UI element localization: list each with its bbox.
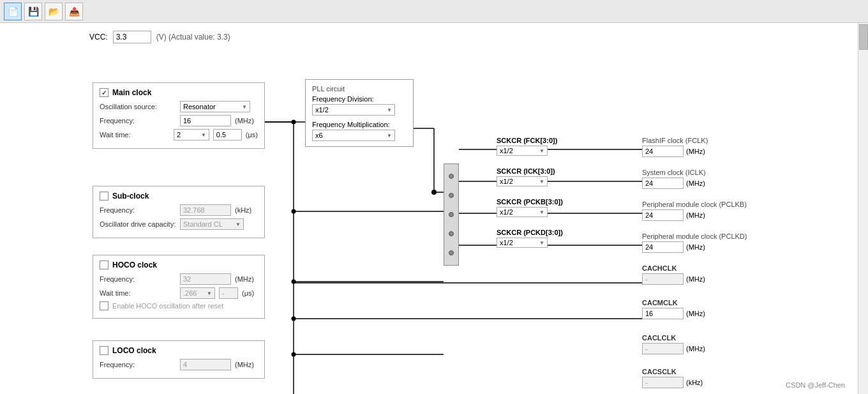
clock-out-0: FlashIF clock (FCLK) (MHz) (642, 137, 747, 157)
vcc-input[interactable] (113, 31, 151, 43)
cachclk-name: CACHCLK (642, 264, 705, 272)
clock-out-val-0[interactable] (642, 146, 684, 157)
save-button[interactable]: 💾 (24, 3, 42, 20)
mux-box (444, 163, 459, 266)
clock-out-2: Peripheral module clock (PCLKB) (MHz) (642, 201, 747, 221)
caclclk-section: CACLCLK (MHz) (642, 334, 705, 354)
cacmclk-val[interactable] (642, 308, 684, 319)
wait-dropdown-icon: ▼ (201, 132, 206, 138)
cacmclk-name: CACMCLK (642, 299, 705, 307)
vcc-row: VCC: (V) (Actual value: 3.3) (0, 23, 858, 49)
sub-clock-freq-unit: (kHz) (235, 206, 251, 214)
cachclk-section: CACHCLK (MHz) (642, 264, 705, 285)
main-clock-osc-row: Oscillation source: Resonator ▼ (100, 101, 258, 112)
main-clock-wait-label: Wait time: (100, 131, 170, 139)
clock-out-val-1[interactable] (642, 178, 684, 189)
clock-output-section: FlashIF clock (FCLK) (MHz) System clock … (642, 137, 747, 264)
clock-out-name-1: System clock (ICLK) (642, 169, 747, 176)
new-button[interactable]: 📄 (4, 3, 22, 20)
pll-div-label: Frequency Division: (312, 95, 407, 103)
svg-point-13 (292, 209, 296, 214)
sckcr-row-2: SCKCR (PCKB[3:0]) x1/2 ▼ (497, 198, 563, 217)
cachclk-unit: (MHz) (686, 275, 705, 283)
sckcr-select-0[interactable]: x1/2 ▼ (497, 146, 548, 156)
main-clock-freq-row: Frequency: (MHz) (100, 115, 258, 126)
sckcr-row-3: SCKCR (PCKD[3:0]) x1/2 ▼ (497, 229, 563, 248)
clock-out-val-3[interactable] (642, 241, 684, 253)
sub-clock-title: Sub-clock (100, 192, 258, 201)
caclclk-val (642, 343, 684, 354)
sckcr-row-1: SCKCR (ICK[3:0]) x1/2 ▼ (497, 167, 563, 186)
main-clock-checkbox[interactable]: ✓ (100, 88, 108, 97)
main-clock-wait2-input[interactable] (213, 129, 242, 140)
mux-dot-4 (449, 231, 454, 236)
svg-point-7 (292, 120, 296, 125)
clock-out-unit-0: (MHz) (686, 148, 705, 155)
hoco-clock-wait2-input (219, 287, 238, 299)
cacsclk-val (642, 377, 684, 388)
mux-dot-1 (449, 174, 454, 179)
osc-dropdown-icon: ▼ (242, 104, 247, 110)
loco-clock-freq-label: Frequency: (100, 361, 176, 368)
sckcr-select-1[interactable]: x1/2 ▼ (497, 176, 548, 186)
clock-out-val-2[interactable] (642, 209, 684, 221)
cacsclk-section: CACSCLK (kHz) (642, 368, 703, 388)
main-clock-osc-select[interactable]: Resonator ▼ (180, 101, 250, 112)
hoco-wait-dropdown-icon: ▼ (207, 291, 212, 296)
cacsclk-name: CACSCLK (642, 368, 703, 375)
open-button[interactable]: 📂 (45, 3, 63, 20)
sckcr-select-2[interactable]: x1/2 ▼ (497, 207, 548, 217)
sub-osc-dropdown-icon: ▼ (236, 222, 241, 227)
sckcr-label-0: SCKCR (FCK[3:0]) (497, 137, 563, 144)
main-area: VCC: (V) (Actual value: 3.3) ✓ Main cloc… (0, 23, 868, 394)
mux-dot-2 (449, 193, 454, 198)
pll-div-select[interactable]: x1/2 ▼ (312, 104, 395, 116)
svg-point-4 (431, 190, 437, 195)
pll-mul-dropdown-icon: ▼ (387, 133, 392, 139)
pll-div-dropdown-icon: ▼ (387, 107, 392, 113)
hoco-clock-wait-unit: (μs) (242, 289, 254, 297)
hoco-clock-freq-input (180, 273, 231, 285)
scroll-thumb[interactable] (859, 24, 868, 50)
pll-mul-select[interactable]: x6 ▼ (312, 130, 395, 141)
export-button[interactable]: 📤 (65, 3, 83, 20)
clock-out-unit-2: (MHz) (686, 211, 705, 219)
hoco-clock-freq-unit: (MHz) (235, 275, 254, 283)
hoco-clock-wait-select: .266 ▼ (180, 287, 215, 299)
watermark: CSDN @Jeff-Chen (786, 381, 845, 389)
loco-clock-checkbox[interactable] (100, 346, 108, 355)
clock-out-1: System clock (ICLK) (MHz) (642, 169, 747, 189)
scrollbar[interactable] (858, 23, 868, 394)
hoco-clock-panel: HOCO clock Frequency: (MHz) Wait time: .… (93, 255, 265, 319)
pll-title: PLL circuit (312, 85, 407, 93)
main-clock-wait-select[interactable]: 2 ▼ (174, 129, 209, 140)
vcc-label: VCC: (89, 33, 108, 42)
sckcr-select-3[interactable]: x1/2 ▼ (497, 238, 548, 248)
mux-dot-3 (449, 212, 454, 217)
svg-point-24 (292, 317, 296, 321)
content-area: VCC: (V) (Actual value: 3.3) ✓ Main cloc… (0, 23, 858, 394)
sckcr-3-dropdown-icon: ▼ (539, 240, 544, 246)
sub-clock-freq-row: Frequency: (kHz) (100, 204, 258, 216)
svg-point-11 (292, 352, 296, 357)
main-clock-osc-label: Oscillation source: (100, 103, 176, 110)
cacmclk-section: CACMCLK (MHz) (642, 299, 705, 319)
clock-out-unit-3: (MHz) (686, 243, 705, 251)
sckcr-1-dropdown-icon: ▼ (539, 179, 544, 185)
loco-clock-freq-unit: (MHz) (235, 361, 254, 368)
caclclk-name: CACLCLK (642, 334, 705, 342)
hoco-clock-freq-label: Frequency: (100, 275, 176, 283)
hoco-enable-row: Enable HOCO oscillation after reset (100, 301, 258, 310)
sub-clock-checkbox[interactable] (100, 192, 108, 201)
hoco-clock-checkbox[interactable] (100, 261, 108, 269)
main-clock-freq-input[interactable] (180, 115, 231, 126)
sub-clock-freq-label: Frequency: (100, 206, 176, 214)
sckcr-label-1: SCKCR (ICK[3:0]) (497, 167, 563, 175)
main-clock-wait-unit: (μs) (246, 131, 258, 139)
clock-out-3: Peripheral module clock (PCLKD) (MHz) (642, 232, 747, 253)
sub-clock-panel: Sub-clock Frequency: (kHz) Oscillator dr… (93, 186, 265, 238)
loco-clock-freq-row: Frequency: (MHz) (100, 359, 258, 370)
hoco-clock-freq-row: Frequency: (MHz) (100, 273, 258, 285)
hoco-enable-checkbox[interactable] (100, 301, 108, 310)
sckcr-2-dropdown-icon: ▼ (539, 209, 544, 215)
